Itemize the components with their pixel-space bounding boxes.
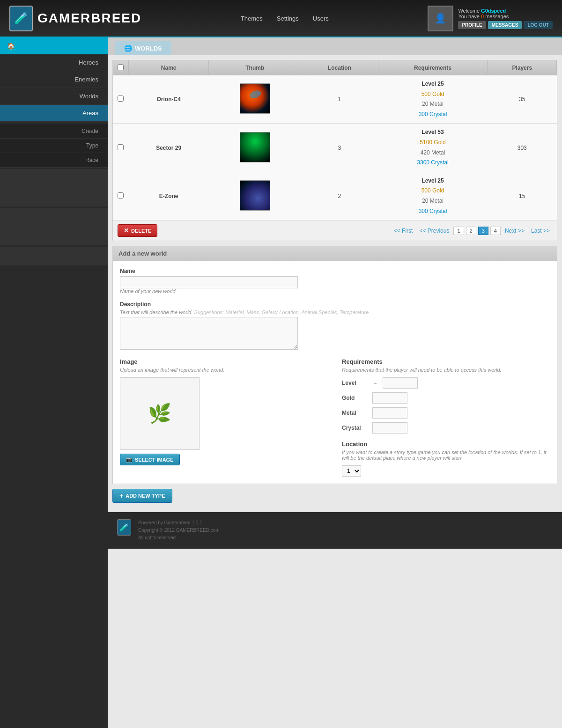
nav-settings[interactable]: Settings — [277, 15, 299, 22]
user-info: Welcome G0dspeed You have 0 messages — [458, 8, 553, 19]
world-players: 15 — [488, 172, 557, 220]
name-input[interactable] — [120, 276, 298, 288]
logo-icon: 🧪 — [9, 6, 33, 31]
image-upload-box: 🌿 — [120, 377, 200, 450]
sidebar-item-type[interactable]: Type — [0, 139, 108, 153]
messages-suffix: messages — [485, 14, 509, 19]
nav-users[interactable]: Users — [313, 15, 329, 22]
add-world-section: Add a new world Name Name of your new wo… — [112, 246, 557, 484]
world-requirements: Level 53 5100 Gold 420 Metal 3300 Crysta… — [378, 124, 488, 172]
pagination-next[interactable]: Next >> — [503, 227, 527, 235]
select-all-checkbox[interactable] — [118, 64, 124, 70]
world-thumb-cell — [209, 124, 301, 172]
location-section: Location If you want to create a story t… — [342, 441, 550, 477]
profile-button[interactable]: PROFILE — [458, 21, 486, 29]
pagination-page-4[interactable]: 4 — [490, 227, 501, 235]
globe-icon: 🌐 — [124, 44, 132, 52]
pagination-page-2[interactable]: 2 — [466, 227, 476, 235]
sidebar-item-heroes[interactable]: Heroes — [0, 54, 108, 71]
metal-input[interactable] — [372, 407, 407, 419]
messages-prefix: You have — [458, 14, 479, 19]
gold-label: Gold — [342, 395, 368, 401]
sidebar-item-enemies[interactable]: Enemies — [0, 71, 108, 88]
row-checkbox-cell — [113, 172, 129, 220]
select-image-button[interactable]: 📷 SELECT IMAGE — [120, 454, 180, 465]
worlds-tab[interactable]: 🌐 WORLDS — [115, 41, 171, 55]
world-name: Sector 29 — [129, 124, 209, 172]
location-heading: Location — [342, 441, 550, 448]
pagination-last[interactable]: Last >> — [529, 227, 552, 235]
sidebar-item-race[interactable]: Race — [0, 153, 108, 168]
level-input[interactable] — [383, 377, 418, 389]
powered-by: Powered by Gamerbreed 1.0.1 — [138, 519, 220, 527]
level-row: Level ~ — [342, 377, 550, 389]
table-row: E-Zone 2 Level 25 500 Gold 20 Metal 300 … — [113, 172, 557, 220]
worlds-container: Name Thumb Location Requirements Players — [112, 60, 557, 241]
sidebar: 🏠 Heroes Enemies Worlds Areas Create Typ… — [0, 37, 108, 728]
image-hint: Upload an image that will represent the … — [120, 367, 328, 373]
avatar: 👤 — [428, 6, 453, 31]
pagination-page-3[interactable]: 3 — [478, 227, 488, 235]
gold-row: Gold — [342, 392, 550, 404]
location-select[interactable]: 1 2 3 — [342, 465, 361, 477]
world-location: 3 — [301, 124, 378, 172]
pagination-first[interactable]: << First — [392, 227, 415, 235]
plus-icon: + — [119, 492, 123, 500]
sidebar-section: Create Type Race — [0, 124, 108, 168]
crystal-input[interactable] — [372, 422, 407, 434]
two-col: Image Upload an image that will represen… — [120, 358, 550, 477]
name-label: Name — [120, 268, 550, 274]
row-checkbox[interactable] — [118, 192, 124, 199]
sidebar-item-areas[interactable]: Areas — [0, 105, 108, 122]
col-location: Location — [301, 60, 378, 75]
sidebar-item-create[interactable]: Create — [0, 124, 108, 139]
pagination-links: << First << Previous 1 2 3 4 Next >> Las… — [392, 227, 552, 235]
row-checkbox-cell — [113, 124, 129, 172]
nav-links: Themes Settings Users — [241, 15, 329, 22]
sidebar-item-worlds[interactable]: Worlds — [0, 88, 108, 105]
username: G0dspeed — [481, 8, 506, 14]
world-players: 303 — [488, 124, 557, 172]
nav-themes[interactable]: Themes — [241, 15, 263, 22]
rights: All rights reserved. — [138, 534, 220, 542]
world-thumb — [240, 83, 270, 114]
world-thumb-cell — [209, 172, 301, 220]
row-checkbox[interactable] — [118, 96, 124, 102]
world-thumb-cell — [209, 75, 301, 124]
col-players: Players — [488, 60, 557, 75]
crystal-label: Crystal — [342, 425, 368, 431]
world-location: 2 — [301, 172, 378, 220]
desc-group: Description Text that will describe the … — [120, 301, 550, 351]
add-type-button[interactable]: + ADD NEW TYPE — [112, 489, 172, 503]
add-world-body: Name Name of your new world. Description… — [113, 261, 557, 484]
pagination-previous[interactable]: << Previous — [417, 227, 451, 235]
desc-textarea[interactable] — [120, 317, 298, 350]
row-checkbox[interactable] — [118, 144, 124, 150]
pagination-page-1[interactable]: 1 — [453, 227, 464, 235]
user-buttons: PROFILE MESSAGES LOG OUT — [458, 21, 553, 29]
location-hint: If you want to create a story type game … — [342, 449, 550, 461]
requirements-hint: Requirements that the player will need t… — [342, 367, 550, 373]
image-heading: Image — [120, 358, 328, 365]
requirements-heading: Requirements — [342, 358, 550, 365]
name-hint: Name of your new world. — [120, 288, 550, 294]
image-col: Image Upload an image that will represen… — [120, 358, 328, 477]
table-row: Sector 29 3 Level 53 5100 Gold 420 Metal… — [113, 124, 557, 172]
desc-hint: Text that will describe the world. Sugge… — [120, 309, 550, 315]
metal-label: Metal — [342, 410, 368, 416]
tab-bar: 🌐 WORLDS — [108, 37, 562, 55]
delete-button[interactable]: ✕ DELETE — [118, 224, 157, 237]
sidebar-home[interactable]: 🏠 — [0, 37, 108, 54]
row-checkbox-cell — [113, 75, 129, 124]
crystal-row: Crystal — [342, 422, 550, 434]
world-name: Orion-C4 — [129, 75, 209, 124]
add-world-header: Add a new world — [113, 246, 557, 261]
level-label: Level — [342, 380, 368, 386]
world-name: E-Zone — [129, 172, 209, 220]
requirements-col: Requirements Requirements that the playe… — [342, 358, 550, 477]
logout-button[interactable]: LOG OUT — [524, 21, 553, 29]
messages-button[interactable]: MESSAGES — [488, 21, 522, 29]
gold-input[interactable] — [372, 392, 407, 404]
world-requirements: Level 25 500 Gold 20 Metal 300 Crystal — [378, 75, 488, 124]
sidebar-spacer-3 — [0, 247, 108, 265]
